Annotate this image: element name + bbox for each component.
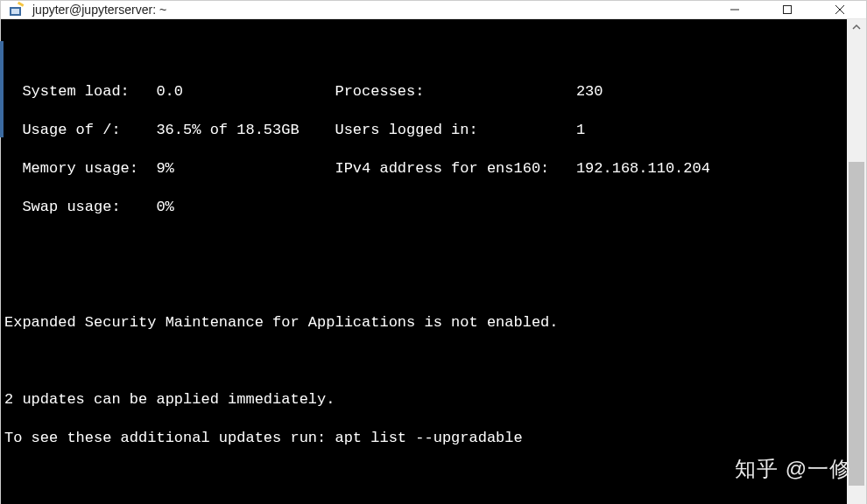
maximize-button[interactable] <box>761 1 814 18</box>
stat-label: Swap usage: <box>4 198 156 217</box>
window-title: jupyter@jupyterserver: ~ <box>32 3 708 17</box>
blank-line <box>4 467 847 486</box>
stat-label: IPv4 address for ens160: <box>335 159 575 178</box>
motd-line <box>4 44 847 63</box>
blank-line <box>4 236 847 256</box>
stats-row: Memory usage:9%IPv4 address for ens160:1… <box>4 159 847 178</box>
stat-value: 0.0 <box>156 82 335 102</box>
stat-label: Memory usage: <box>4 159 156 178</box>
motd-line: To see these additional updates run: apt… <box>4 429 847 448</box>
stat-value: 230 <box>576 82 603 102</box>
stat-label: Users logged in: <box>335 121 575 140</box>
motd-line: Expanded Security Maintenance for Applic… <box>4 313 847 332</box>
terminal[interactable]: System load:0.0Processes:230 Usage of /:… <box>1 19 847 504</box>
stats-row: System load:0.0Processes:230 <box>4 82 847 102</box>
stat-value: 36.5% of 18.53GB <box>156 121 335 140</box>
motd-line: 2 updates can be applied immediately. <box>4 390 847 410</box>
stat-label: Usage of /: <box>4 121 156 140</box>
blank-line <box>4 352 847 371</box>
stats-row: Swap usage:0% <box>4 198 847 217</box>
stat-value: 1 <box>576 121 585 140</box>
window-controls <box>708 1 866 18</box>
minimize-button[interactable] <box>708 1 761 18</box>
putty-icon <box>8 1 25 18</box>
close-button[interactable] <box>814 1 866 18</box>
stat-label: Processes: <box>335 82 575 102</box>
scroll-track[interactable] <box>847 35 866 504</box>
scroll-up-icon[interactable] <box>847 19 866 35</box>
window-frame: jupyter@jupyterserver: ~ System load:0.0… <box>0 0 867 504</box>
stat-value: 0% <box>156 198 335 217</box>
blank-line <box>4 275 847 294</box>
stat-value: 9% <box>156 159 335 178</box>
scroll-thumb[interactable] <box>849 162 864 486</box>
stat-label: System load: <box>4 82 156 102</box>
svg-rect-1 <box>11 9 19 14</box>
terminal-container: System load:0.0Processes:230 Usage of /:… <box>1 19 866 504</box>
left-accent <box>0 41 4 137</box>
stat-value: 192.168.110.204 <box>576 159 710 178</box>
titlebar[interactable]: jupyter@jupyterserver: ~ <box>1 1 866 19</box>
svg-rect-2 <box>18 2 25 7</box>
svg-rect-4 <box>784 6 792 14</box>
stats-row: Usage of /:36.5% of 18.53GBUsers logged … <box>4 121 847 140</box>
scrollbar[interactable] <box>847 19 866 504</box>
